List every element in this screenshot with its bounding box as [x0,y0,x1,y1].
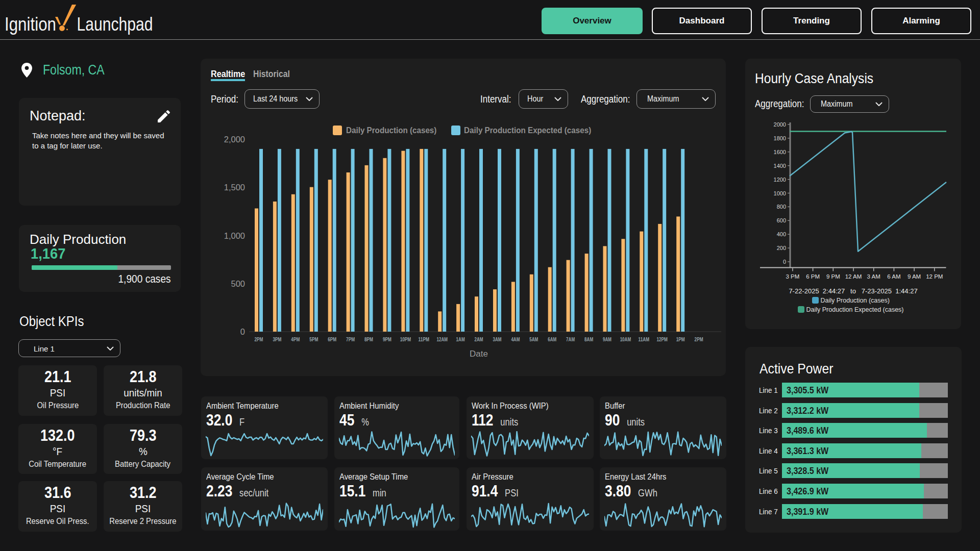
svg-text:6AM: 6AM [548,336,556,342]
svg-text:8AM: 8AM [584,336,593,342]
svg-text:7PM: 7PM [346,336,355,342]
svg-text:2PM: 2PM [695,336,703,342]
svg-text:500: 500 [231,279,245,288]
svg-text:1200: 1200 [774,177,786,183]
svg-text:4PM: 4PM [291,336,300,342]
svg-text:1AM: 1AM [456,336,465,342]
svg-text:400: 400 [777,231,786,237]
svg-text:1400: 1400 [774,163,786,169]
svg-text:6PM: 6PM [328,336,336,342]
svg-text:0: 0 [240,327,245,336]
svg-text:2000: 2000 [774,121,786,128]
svg-text:600: 600 [777,217,786,223]
svg-text:12PM: 12PM [656,336,668,342]
svg-text:1,500: 1,500 [224,183,245,192]
svg-text:12 PM: 12 PM [926,273,943,280]
svg-text:0: 0 [783,259,786,265]
svg-text:2PM: 2PM [255,336,263,342]
svg-text:1800: 1800 [774,135,786,141]
svg-text:12AM: 12AM [436,336,448,342]
svg-text:2,000: 2,000 [224,135,245,144]
svg-text:11AM: 11AM [639,336,650,342]
svg-text:2AM: 2AM [475,336,483,342]
svg-text:3 AM: 3 AM [867,273,880,280]
svg-text:200: 200 [777,245,786,251]
svg-text:5PM: 5PM [309,336,318,342]
svg-text:1PM: 1PM [676,336,685,342]
svg-text:12 AM: 12 AM [845,273,862,280]
svg-text:Ignition: Ignition [5,14,56,35]
svg-text:9 PM: 9 PM [826,273,840,280]
svg-text:Date: Date [470,349,488,359]
svg-text:6 AM: 6 AM [887,273,900,280]
svg-text:4AM: 4AM [511,336,520,342]
svg-text:1600: 1600 [774,149,786,155]
svg-text:Launchpad: Launchpad [77,14,153,35]
svg-text:3AM: 3AM [493,336,502,342]
svg-text:8PM: 8PM [364,336,373,342]
svg-text:10AM: 10AM [620,336,631,342]
svg-text:9 AM: 9 AM [908,273,921,280]
svg-text:6 PM: 6 PM [806,273,820,280]
svg-text:5AM: 5AM [529,336,538,342]
svg-text:11PM: 11PM [419,336,430,342]
svg-text:7AM: 7AM [566,336,575,342]
svg-text:800: 800 [777,204,786,210]
svg-text:3 PM: 3 PM [786,273,799,280]
svg-text:10PM: 10PM [400,336,411,342]
svg-text:9AM: 9AM [603,336,611,342]
svg-text:3PM: 3PM [273,336,281,342]
svg-text:9PM: 9PM [383,336,391,342]
svg-text:1000: 1000 [774,190,786,196]
svg-text:1,000: 1,000 [224,231,245,240]
